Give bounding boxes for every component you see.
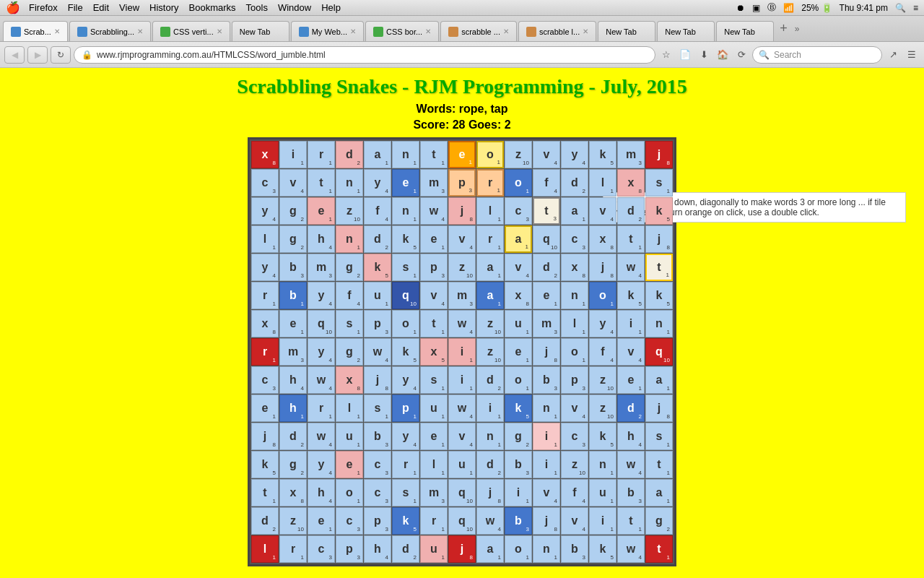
tile-r6c5[interactable]: u1: [364, 282, 391, 309]
tile-r1c12[interactable]: y4: [561, 141, 588, 168]
tile-r5c4[interactable]: g2: [336, 254, 363, 281]
tile-r12c14[interactable]: w4: [617, 451, 645, 478]
tile-r8c4[interactable]: g2: [336, 338, 363, 366]
tile-r15c6[interactable]: d2: [392, 535, 419, 563]
tile-r1c9[interactable]: o1: [476, 141, 504, 168]
tile-r9c15[interactable]: a1: [645, 366, 673, 394]
tile-r14c12[interactable]: v4: [561, 507, 588, 535]
tile-r15c10[interactable]: o1: [505, 535, 532, 563]
tile-r15c3[interactable]: c3: [308, 535, 335, 563]
tile-r1c14[interactable]: m3: [617, 141, 645, 168]
tile-r11c13[interactable]: k5: [589, 423, 616, 450]
tab-newtab1[interactable]: New Tab: [232, 21, 289, 41]
tile-r13c3[interactable]: h4: [308, 479, 335, 506]
tile-r4c15[interactable]: j8: [645, 225, 673, 253]
tile-r6c7[interactable]: v4: [420, 282, 448, 309]
tile-r6c2[interactable]: b1: [279, 282, 307, 309]
tile-r8c3[interactable]: y4: [308, 338, 335, 366]
tile-r9c13[interactable]: z10: [589, 366, 616, 394]
tile-r4c8[interactable]: v4: [448, 225, 476, 253]
tab-close-1[interactable]: ✕: [54, 27, 60, 35]
tile-r14c5[interactable]: p3: [364, 507, 391, 535]
tile-r8c9[interactable]: z10: [476, 338, 504, 366]
tile-r1c1[interactable]: x8: [251, 141, 279, 168]
tab-scrabble1[interactable]: scrabble ... ✕: [440, 21, 517, 41]
menu-tools[interactable]: Tools: [246, 2, 268, 13]
tile-r10c2[interactable]: h1: [279, 394, 307, 422]
tile-r12c7[interactable]: l1: [420, 451, 448, 478]
tile-r14c3[interactable]: e1: [308, 507, 335, 535]
tile-r8c7[interactable]: x5: [420, 338, 448, 366]
tile-r9c3[interactable]: w4: [308, 366, 335, 394]
tile-r12c13[interactable]: n1: [589, 451, 616, 478]
tile-r12c5[interactable]: c3: [364, 451, 391, 478]
tile-r15c1[interactable]: l1: [251, 535, 279, 563]
tile-r15c2[interactable]: r1: [279, 535, 307, 563]
tile-r9c7[interactable]: s1: [420, 366, 448, 394]
tile-r13c6[interactable]: s1: [392, 479, 419, 506]
tile-r7c11[interactable]: m3: [533, 310, 560, 337]
tile-r15c12[interactable]: b3: [561, 535, 588, 563]
forward-button[interactable]: ▶: [27, 46, 48, 64]
tile-r2c5[interactable]: y4: [364, 169, 391, 197]
tile-r2c9[interactable]: r1: [476, 169, 504, 197]
tile-r11c5[interactable]: b3: [364, 423, 391, 450]
tile-r15c9[interactable]: a1: [476, 535, 504, 563]
tile-r1c3[interactable]: r1: [308, 141, 335, 168]
tile-r13c8[interactable]: q10: [448, 479, 476, 506]
tile-r13c1[interactable]: t1: [251, 479, 279, 506]
tile-r13c10[interactable]: i1: [505, 479, 532, 506]
tile-r9c8[interactable]: i1: [448, 366, 476, 394]
tile-r5c8[interactable]: z10: [448, 254, 476, 281]
tile-r7c12[interactable]: l1: [561, 310, 588, 337]
tile-r9c9[interactable]: d2: [476, 366, 504, 394]
tile-r10c9[interactable]: i1: [476, 394, 504, 422]
tile-r8c13[interactable]: f4: [589, 338, 616, 366]
tab-newtab4[interactable]: New Tab: [716, 21, 774, 41]
tile-r1c13[interactable]: k5: [589, 141, 616, 168]
tile-r5c5[interactable]: k5: [364, 254, 391, 281]
tile-r6c8[interactable]: m3: [448, 282, 476, 309]
tile-r3c12[interactable]: a1: [561, 197, 588, 225]
tile-r1c7[interactable]: t1: [420, 141, 448, 168]
tile-r10c15[interactable]: j8: [645, 394, 673, 422]
reload-button[interactable]: ↻: [51, 46, 71, 64]
tile-r12c4[interactable]: e1: [336, 451, 363, 478]
tile-r3c5[interactable]: f4: [364, 197, 391, 225]
tile-r6c1[interactable]: r1: [251, 282, 279, 309]
tile-r13c15[interactable]: a1: [645, 479, 673, 506]
tile-r11c3[interactable]: w4: [308, 423, 335, 450]
tile-r10c11[interactable]: n1: [533, 394, 560, 422]
tile-r2c15[interactable]: s1: [645, 169, 673, 197]
tile-r3c8[interactable]: j8: [448, 197, 476, 225]
tile-r5c2[interactable]: b3: [279, 254, 307, 281]
tile-r4c9[interactable]: r1: [476, 225, 504, 253]
tile-r3c14[interactable]: d2: [617, 197, 645, 225]
tab-css-vert[interactable]: CSS verti... ✕: [152, 21, 230, 41]
tile-r3c7[interactable]: w4: [420, 197, 448, 225]
home-button[interactable]: 🏠: [715, 47, 731, 63]
tile-r9c4[interactable]: x8: [336, 366, 363, 394]
tile-r4c10[interactable]: a1: [505, 225, 532, 253]
download-button[interactable]: ⬇: [696, 47, 712, 63]
tile-r13c4[interactable]: o1: [336, 479, 363, 506]
spotlight-icon[interactable]: 🔍: [895, 3, 906, 13]
tab-newtab2[interactable]: New Tab: [598, 21, 655, 41]
tile-r7c4[interactable]: s1: [336, 310, 363, 337]
tile-r8c12[interactable]: o1: [561, 338, 588, 366]
tile-r9c14[interactable]: e1: [617, 366, 645, 394]
tab-close-7[interactable]: ✕: [503, 27, 509, 35]
tile-r7c15[interactable]: n1: [645, 310, 673, 337]
tile-r13c5[interactable]: c3: [364, 479, 391, 506]
tile-r1c2[interactable]: i1: [279, 141, 307, 168]
tile-r14c6[interactable]: k5: [392, 507, 419, 535]
tile-r10c12[interactable]: v4: [561, 394, 588, 422]
new-tab-button[interactable]: +: [775, 21, 792, 36]
tile-r4c13[interactable]: x8: [589, 225, 616, 253]
tile-r10c6[interactable]: p1: [392, 394, 419, 422]
tile-r14c1[interactable]: d2: [251, 507, 279, 535]
tile-r3c2[interactable]: g2: [279, 197, 307, 225]
tile-r14c8[interactable]: q10: [448, 507, 476, 535]
tile-r9c12[interactable]: p3: [561, 366, 588, 394]
tile-r6c13[interactable]: o1: [589, 282, 616, 309]
